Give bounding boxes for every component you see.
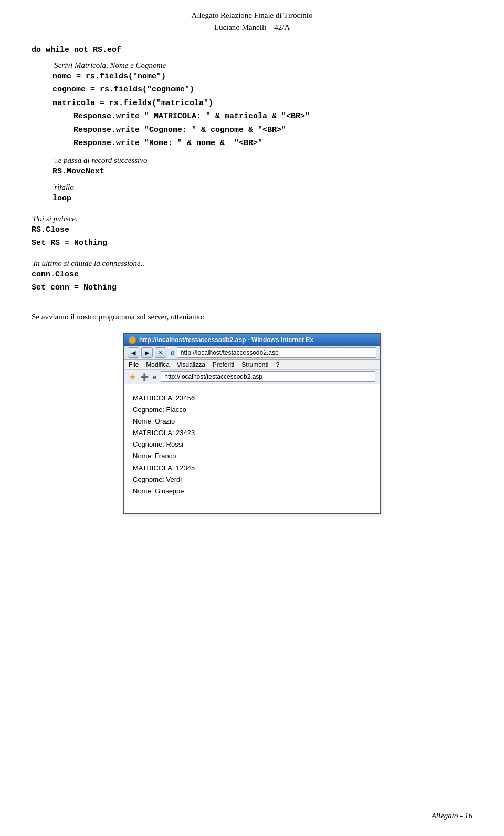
comment-poi: 'Poi si pulisce. bbox=[32, 214, 78, 223]
prose-intro-section: Se avviamo il nostro programma sul serve… bbox=[32, 311, 472, 324]
browser-content-line: Nome: Orazio bbox=[133, 416, 371, 427]
comment-rifallo: 'rifallo bbox=[52, 183, 74, 191]
rifallo-section: 'rifallo loop bbox=[32, 182, 472, 205]
comment-passa: '..e passa al record successivo bbox=[52, 156, 147, 164]
menu-file[interactable]: File bbox=[129, 361, 139, 368]
prose-intro: Se avviamo il nostro programma sul serve… bbox=[32, 311, 472, 324]
browser-menubar: File Modifica Visualizza Preferiti Strum… bbox=[124, 360, 380, 370]
footer-label: Allegato - 16 bbox=[432, 811, 472, 820]
address-bar-2[interactable] bbox=[161, 371, 375, 382]
comment-ultimo: 'In ultimo si chiude la connessione.. bbox=[32, 259, 144, 267]
menu-modifica[interactable]: Modifica bbox=[146, 361, 170, 368]
cognome-assign: cognome = rs.fields("cognome") bbox=[52, 85, 194, 94]
browser-screenshot: http://localhost/testaccessodb2.asp - Wi… bbox=[123, 333, 381, 514]
cleanup-section: 'Poi si pulisce. RS.Close Set RS = Nothi… bbox=[32, 214, 472, 250]
loop-line: loop bbox=[52, 194, 71, 203]
page-footer: Allegato - 16 bbox=[432, 811, 472, 820]
matricola-assign: matricola = rs.fields("matricola") bbox=[52, 99, 213, 108]
comment-passa-section: '..e passa al record successivo RS.MoveN… bbox=[32, 156, 472, 179]
browser-toolbar: ★ ➕ e bbox=[124, 370, 380, 384]
rs-movenext: RS.MoveNext bbox=[52, 167, 104, 176]
browser-content-line: MATRICOLA: 23423 bbox=[133, 427, 371, 439]
header-line2: Luciano Manelli – 42/A bbox=[0, 22, 504, 34]
ie-logo-small-icon: e bbox=[153, 373, 156, 381]
menu-strumenti[interactable]: Strumenti bbox=[242, 361, 268, 368]
browser-navbar: ◀ ▶ ✕ e bbox=[124, 346, 380, 360]
page-content: do while not RS.eof 'Scrivi Matricola, N… bbox=[0, 38, 504, 545]
browser-title-text: http://localhost/testaccessodb2.asp - Wi… bbox=[139, 336, 313, 344]
browser-content-line: Cognome: Verdi bbox=[133, 474, 371, 486]
browser-content-line: Nome: Giuseppe bbox=[133, 486, 371, 497]
page-header: Allegato Relazione Finale di Tirocinio L… bbox=[0, 0, 504, 38]
set-conn-nothing: Set conn = Nothing bbox=[32, 283, 117, 292]
response-write2: Response.write "Cognome: " & cognome & "… bbox=[74, 126, 286, 135]
forward-button[interactable]: ▶ bbox=[141, 347, 153, 358]
address-bar-1[interactable] bbox=[177, 347, 376, 358]
ie-icon bbox=[129, 336, 136, 344]
code-section: do while not RS.eof 'Scrivi Matricola, N… bbox=[32, 44, 472, 150]
browser-content-line: MATRICOLA: 23456 bbox=[133, 393, 371, 404]
nome-assign: nome = rs.fields("nome") bbox=[52, 72, 166, 81]
browser-content-line: Cognome: Flacco bbox=[133, 404, 371, 416]
menu-preferiti[interactable]: Preferiti bbox=[213, 361, 234, 368]
response-write3: Response.write "Nome: " & nome & "<BR>" bbox=[74, 139, 262, 148]
stop-button[interactable]: ✕ bbox=[155, 347, 166, 358]
browser-body: MATRICOLA: 23456Cognome: FlaccoNome: Ora… bbox=[124, 384, 380, 513]
ie-logo-icon: e bbox=[171, 348, 175, 357]
browser-titlebar: http://localhost/testaccessodb2.asp - Wi… bbox=[124, 334, 380, 346]
menu-visualizza[interactable]: Visualizza bbox=[177, 361, 205, 368]
browser-content-line: MATRICOLA: 12345 bbox=[133, 462, 371, 474]
add-favorites-icon[interactable]: ➕ bbox=[140, 373, 149, 381]
comment-scrivi: 'Scrivi Matricola, Nome e Cognome bbox=[52, 61, 166, 69]
rs-close: RS.Close bbox=[32, 225, 69, 234]
response-write1: Response.write " MATRICOLA: " & matricol… bbox=[74, 112, 310, 121]
back-button[interactable]: ◀ bbox=[128, 347, 139, 358]
do-while-line: do while not RS.eof bbox=[32, 44, 472, 57]
conn-close: conn.Close bbox=[32, 270, 79, 279]
header-line1: Allegato Relazione Finale di Tirocinio bbox=[0, 9, 504, 22]
set-rs-nothing: Set RS = Nothing bbox=[32, 239, 107, 247]
favorites-star-icon[interactable]: ★ bbox=[129, 372, 136, 382]
conn-close-section: 'In ultimo si chiude la connessione.. co… bbox=[32, 259, 472, 295]
browser-content-line: Cognome: Rossi bbox=[133, 439, 371, 450]
menu-help[interactable]: ? bbox=[276, 361, 280, 368]
browser-content-line: Nome: Franco bbox=[133, 450, 371, 462]
